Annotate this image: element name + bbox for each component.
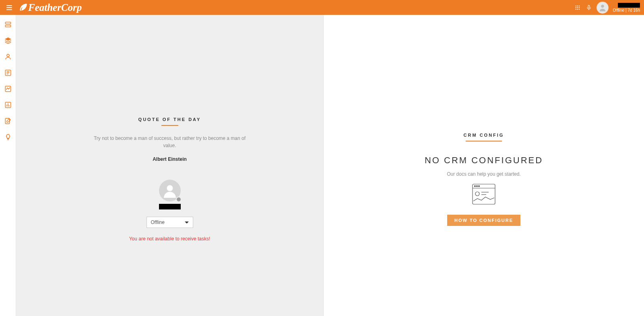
svg-point-4 <box>577 7 578 8</box>
presence-indicator-icon <box>176 197 182 202</box>
avatar[interactable] <box>597 2 608 13</box>
dialpad-icon[interactable] <box>574 4 581 11</box>
svg-point-5 <box>578 7 579 8</box>
user-status-box[interactable]: Offline | 7d 16h <box>613 3 640 12</box>
svg-point-3 <box>575 7 576 8</box>
title-underline <box>466 141 502 142</box>
crm-section: CRM CONFIG NO CRM CONFIGURED Our docs ca… <box>403 133 564 226</box>
how-to-configure-button[interactable]: HOW TO CONFIGURE <box>447 215 520 226</box>
svg-point-30 <box>475 192 479 196</box>
title-underline <box>161 125 178 126</box>
quote-text: Try not to become a man of success, but … <box>89 135 250 149</box>
sidebar-item-user-icon[interactable] <box>4 53 12 61</box>
sidebar-item-bulb-icon[interactable] <box>4 133 12 141</box>
svg-rect-25 <box>473 184 495 204</box>
left-panel: QUOTE OF THE DAY Try not to become a man… <box>16 15 324 316</box>
user-status-text: Offline | 7d 16h <box>613 8 640 12</box>
svg-point-0 <box>575 5 576 6</box>
svg-rect-11 <box>5 22 11 24</box>
app-header: FeatherCorp Offline | 7d 16h <box>0 0 644 15</box>
sidebar-item-chart-icon[interactable] <box>4 85 12 93</box>
svg-rect-12 <box>5 25 11 27</box>
sidebar-item-stats-icon[interactable] <box>4 101 12 109</box>
user-avatar-wrap <box>159 180 181 201</box>
sidebar-item-edit-icon[interactable] <box>4 117 12 125</box>
brand-name: FeatherCorp <box>28 2 82 13</box>
sidebar-item-server-icon[interactable] <box>4 21 12 29</box>
microphone-icon[interactable] <box>586 4 592 11</box>
crm-illustration-icon <box>472 183 496 207</box>
feather-icon <box>18 2 28 13</box>
status-select[interactable]: Offline <box>147 217 193 228</box>
crm-heading: NO CRM CONFIGURED <box>403 155 564 166</box>
svg-point-24 <box>167 185 173 191</box>
svg-point-1 <box>577 5 578 6</box>
quote-section-title: QUOTE OF THE DAY <box>89 117 250 122</box>
quote-section: QUOTE OF THE DAY Try not to become a man… <box>89 117 250 242</box>
brand-logo[interactable]: FeatherCorp <box>18 2 82 13</box>
main-content: QUOTE OF THE DAY Try not to become a man… <box>16 15 644 316</box>
right-panel: CRM CONFIG NO CRM CONFIGURED Our docs ca… <box>324 15 644 316</box>
app-body: QUOTE OF THE DAY Try not to become a man… <box>0 15 644 316</box>
user-display-name-redacted <box>159 204 181 209</box>
svg-point-28 <box>477 186 478 187</box>
quote-author: Albert Einstein <box>89 156 250 162</box>
sidebar <box>0 15 16 316</box>
svg-point-13 <box>7 54 9 57</box>
sidebar-item-layers-icon[interactable] <box>4 37 12 45</box>
svg-point-10 <box>601 4 604 7</box>
svg-point-6 <box>575 8 576 9</box>
status-select-value: Offline <box>151 220 165 225</box>
availability-warning: You are not available to receive tasks! <box>89 236 250 242</box>
svg-point-8 <box>578 8 579 9</box>
svg-point-7 <box>577 8 578 9</box>
crm-subtext: Our docs can help you get started. <box>403 171 564 177</box>
sidebar-item-list-icon[interactable] <box>4 69 12 77</box>
menu-toggle-icon[interactable] <box>4 5 12 10</box>
user-name-redacted <box>618 3 640 8</box>
svg-rect-9 <box>588 5 590 8</box>
caret-down-icon <box>185 222 189 224</box>
crm-section-title: CRM CONFIG <box>403 133 564 137</box>
svg-point-29 <box>479 186 480 187</box>
svg-point-27 <box>475 186 476 187</box>
header-right: Offline | 7d 16h <box>574 2 640 13</box>
svg-point-2 <box>578 5 579 6</box>
